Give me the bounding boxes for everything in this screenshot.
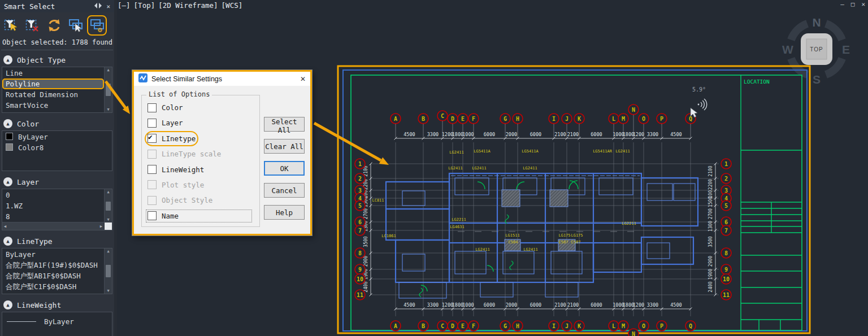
list-item[interactable]: Rotated Dimension: [2, 89, 104, 100]
dim-text: 2100: [554, 132, 566, 137]
section-lineweight[interactable]: ▲ LineWeight: [0, 298, 114, 311]
collapse-icon[interactable]: ▲: [3, 300, 12, 309]
smart-select-panel: Smart Select ✕: [0, 0, 117, 336]
option-layer[interactable]: Layer: [147, 118, 183, 128]
dim-text: 6000: [591, 302, 602, 308]
close-panel-icon[interactable]: ✕: [106, 3, 110, 10]
lineweight-item[interactable]: ByLayer: [2, 312, 112, 331]
section-object-type[interactable]: ▲ Object Type: [0, 53, 114, 66]
list-item[interactable]: ByLayer: [2, 249, 104, 260]
grid-bubble-label: N: [632, 107, 635, 113]
collapse-icon[interactable]: ▲: [3, 237, 12, 246]
list-item[interactable]: 合院户型A1F(19#)$0$DASH: [2, 260, 104, 270]
floor-plan[interactable]: [386, 173, 698, 298]
option-lineweight[interactable]: LineWeight: [147, 165, 204, 174]
dock-panel-icon[interactable]: [94, 3, 102, 10]
list-item[interactable]: 合院户型C1F$0$DASH: [2, 281, 104, 292]
list-item[interactable]: 8: [2, 211, 104, 222]
grid-bubble-label: 10: [357, 276, 363, 282]
checkbox[interactable]: [147, 165, 157, 174]
compass-west[interactable]: W: [782, 43, 793, 56]
grid-bubble-label: B: [422, 116, 425, 122]
list-item[interactable]: Color8: [2, 142, 112, 153]
collapse-icon[interactable]: ▲: [3, 55, 12, 64]
list-item[interactable]: Polyline: [2, 78, 104, 89]
scroll-up-icon[interactable]: ▲: [107, 249, 109, 254]
checkbox[interactable]: [147, 196, 157, 205]
restore-button[interactable]: □: [851, 1, 855, 8]
layer-scrollbar[interactable]: ▲ ▼: [104, 189, 112, 222]
checkbox[interactable]: [147, 119, 157, 128]
dim-text: 6000: [484, 132, 495, 137]
option-linetype-scale[interactable]: LineType scale: [147, 149, 221, 159]
grid-bubble-label: L: [612, 323, 615, 329]
checkbox[interactable]: [147, 180, 157, 189]
list-item[interactable]: Line: [2, 68, 104, 78]
checkbox-label: LInetype: [162, 134, 196, 143]
view-cube-top[interactable]: TOP: [801, 33, 832, 65]
section-color[interactable]: ▲ Color: [0, 116, 114, 130]
checkbox[interactable]: [147, 134, 157, 143]
window-select-button[interactable]: [66, 16, 85, 35]
help-button[interactable]: Help: [264, 205, 305, 220]
collapse-icon[interactable]: ▲: [3, 177, 12, 186]
plan-label: C507: [571, 240, 581, 245]
compass-south[interactable]: S: [813, 73, 821, 86]
color-swatch: [6, 133, 13, 140]
plan-label: LC811: [372, 198, 384, 203]
select-all-button[interactable]: Select All: [264, 117, 305, 132]
checkbox[interactable]: [147, 211, 157, 220]
list-item[interactable]: SmartVoice: [2, 100, 104, 111]
option-name[interactable]: Name: [147, 211, 250, 221]
resize-gripper[interactable]: [105, 222, 112, 230]
section-linetype[interactable]: ▲ LineType: [0, 234, 114, 247]
scroll-right-icon[interactable]: ▶: [100, 224, 102, 229]
viewport-menu-1[interactable]: [Top]: [134, 1, 155, 10]
grid-bubble-label: J: [565, 323, 568, 329]
scroll-down-icon[interactable]: ▼: [107, 289, 109, 293]
list-item[interactable]: 0: [2, 190, 104, 200]
list-item[interactable]: ByLayer: [2, 132, 112, 142]
dialog-close-icon[interactable]: ✕: [300, 75, 306, 83]
minimize-button[interactable]: —: [840, 1, 844, 8]
drawing-canvas[interactable]: N S W E TOP LOCATION: [0, 0, 868, 336]
dimensions: 4500450033003300120012001800180010001000…: [363, 132, 717, 311]
dialog-body: List of Options ColorLayerLInetypeLineTy…: [134, 86, 310, 234]
grid-bubble-label: 8: [358, 250, 362, 256]
checkbox[interactable]: [147, 150, 157, 159]
list-item[interactable]: 合院户型AB1F$0$DASH: [2, 270, 104, 281]
scroll-down-icon[interactable]: ▼: [107, 107, 109, 112]
close-button[interactable]: ✕: [861, 1, 865, 8]
linetype-scrollbar[interactable]: ▲ ▼: [104, 248, 112, 294]
object-type-scrollbar[interactable]: ▲ ▼: [104, 67, 112, 112]
grid-bubble-label: E: [461, 323, 465, 329]
option-linetype[interactable]: LInetype: [147, 134, 196, 143]
collapse-icon[interactable]: ▲: [3, 119, 12, 128]
list-item[interactable]: 1.WZ: [2, 200, 104, 211]
plan-label: LG175: [558, 233, 570, 238]
clear-all-button[interactable]: Clear All: [264, 139, 305, 154]
cancel-button[interactable]: Cancel: [264, 183, 305, 198]
viewport-menu-0[interactable]: [—]: [118, 1, 131, 10]
compass-north[interactable]: N: [812, 16, 821, 29]
dialog-titlebar[interactable]: Select Similar Settings ✕: [134, 72, 310, 86]
option-color[interactable]: Color: [147, 103, 183, 112]
option-plot-style[interactable]: Plot style: [147, 180, 204, 190]
layer-hscrollbar[interactable]: ◀ ▶: [2, 222, 104, 230]
scroll-up-icon[interactable]: ▲: [107, 68, 109, 72]
option-object-style[interactable]: Object Style: [147, 195, 212, 205]
object-type-list: LinePolylineRotated DimensionSmartVoice …: [2, 67, 112, 113]
selection-settings-button[interactable]: ⚙: [88, 16, 106, 35]
ok-button[interactable]: OK: [264, 161, 305, 176]
compass-east[interactable]: E: [842, 43, 850, 56]
viewport-menu-3[interactable]: [WCS]: [222, 1, 243, 10]
scroll-up-icon[interactable]: ▲: [107, 190, 109, 194]
checkbox[interactable]: [147, 103, 157, 112]
scroll-left-icon[interactable]: ◀: [4, 224, 6, 229]
scroll-down-icon[interactable]: ▼: [107, 217, 109, 222]
select-filter-button[interactable]: [2, 16, 20, 35]
section-layer[interactable]: ▲ Layer: [0, 174, 114, 188]
viewport-menu-2[interactable]: [2D Wireframe]: [158, 1, 218, 10]
refresh-selection-button[interactable]: [45, 16, 63, 35]
clear-filter-button[interactable]: [23, 16, 42, 35]
